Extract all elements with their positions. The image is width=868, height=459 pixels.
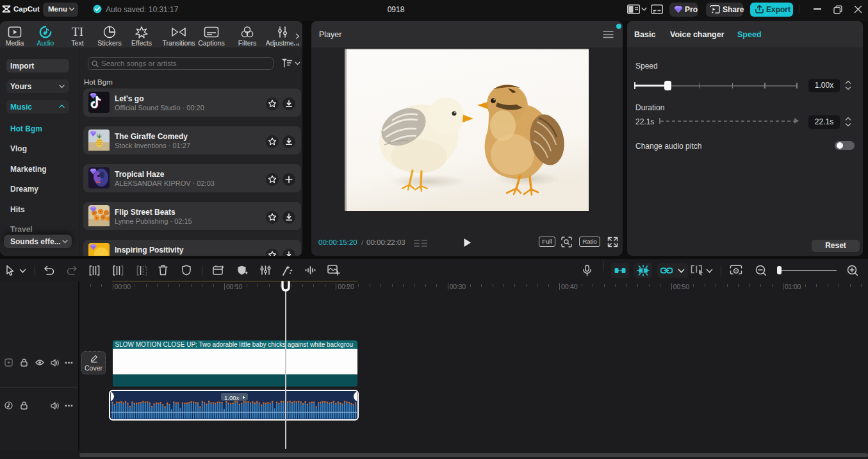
svg-text:TI: TI bbox=[72, 26, 83, 38]
